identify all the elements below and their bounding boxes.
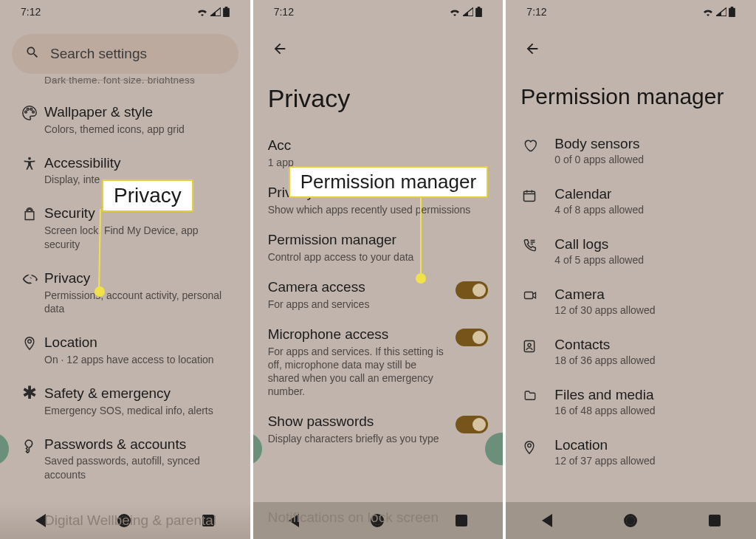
nav-bar <box>506 502 756 539</box>
perm-row-contacts[interactable]: Contacts18 of 36 apps allowed <box>506 326 756 377</box>
key-icon <box>15 436 44 453</box>
settings-list: Wallpaper & styleColors, themed icons, a… <box>0 90 250 491</box>
row-safety[interactable]: ✱ Safety & emergencyEmergency SOS, medic… <box>0 376 250 427</box>
panel-permission-manager: 7:12 Permission manager Body sensors0 of… <box>506 0 756 539</box>
callout-dot-2 <box>416 273 426 284</box>
callout-leader-2 <box>420 196 422 278</box>
signal-icon <box>463 7 473 16</box>
panel-privacy: 7:12 Privacy Acc1 app Privacy dashboardS… <box>253 0 504 539</box>
wifi-icon <box>702 7 714 16</box>
status-bar: 7:12 <box>506 0 756 21</box>
perm-row-body-sensors[interactable]: Body sensors0 of 0 apps allowed <box>506 126 756 176</box>
status-icons <box>702 7 735 17</box>
contacts-icon <box>522 337 554 354</box>
back-button[interactable] <box>518 34 547 63</box>
nav-recent[interactable] <box>456 515 467 526</box>
phone-list-icon <box>522 236 554 253</box>
privacy-eye-icon <box>15 270 44 287</box>
status-time: 7:12 <box>274 6 294 18</box>
nav-bar: Notifications on lock screen <box>253 502 504 539</box>
camera-icon <box>522 286 554 302</box>
callout-dot <box>94 286 105 297</box>
back-button[interactable] <box>265 34 295 63</box>
microphone-access-switch[interactable] <box>456 329 488 346</box>
asterisk-icon: ✱ <box>15 385 44 399</box>
lock-icon <box>15 205 44 222</box>
search-placeholder: Search settings <box>50 46 147 62</box>
svg-point-4 <box>528 343 531 346</box>
row-location[interactable]: LocationOn · 12 apps have access to loca… <box>0 325 250 376</box>
status-time: 7:12 <box>526 6 546 18</box>
row-wallpaper[interactable]: Wallpaper & styleColors, themed icons, a… <box>0 95 250 145</box>
page-title: Permission manager <box>506 66 756 126</box>
page-title: Privacy <box>253 66 504 129</box>
svg-rect-2 <box>525 292 533 299</box>
folder-icon <box>522 387 554 402</box>
perm-row-files[interactable]: Files and media16 of 48 apps allowed <box>506 377 756 427</box>
palette-icon <box>15 103 44 121</box>
location-pin-icon <box>522 437 554 456</box>
status-icons <box>449 7 482 17</box>
row-passwords[interactable]: Passwords & accountsSaved passwords, aut… <box>0 427 250 492</box>
perm-row-calendar[interactable]: Calendar4 of 8 apps allowed <box>506 176 756 226</box>
privacy-row-camera-access[interactable]: Camera accessFor apps and services <box>253 271 504 318</box>
status-time: 7:12 <box>21 6 41 18</box>
callout-privacy: Privacy <box>102 179 193 212</box>
battery-icon <box>223 7 230 17</box>
status-bar: 7:12 <box>253 0 504 21</box>
show-passwords-switch[interactable] <box>456 416 488 433</box>
svg-rect-1 <box>524 191 535 201</box>
wifi-icon <box>449 7 461 16</box>
panel-settings: 7:12 Search settings Dark theme, font si… <box>0 0 250 539</box>
perm-row-location[interactable]: Location12 of 37 apps allowed <box>506 427 756 477</box>
nav-back[interactable] <box>542 514 552 527</box>
battery-icon <box>475 7 482 17</box>
privacy-row-permission-manager[interactable]: Permission managerControl app access to … <box>253 224 504 271</box>
prev-item-partial: Dark theme, font size, brightness <box>44 75 238 83</box>
privacy-row-microphone-access[interactable]: Microphone accessFor apps and services. … <box>253 318 504 406</box>
location-pin-icon <box>15 334 44 351</box>
signal-icon <box>210 7 221 16</box>
svg-point-0 <box>28 157 31 159</box>
status-icons <box>196 7 230 17</box>
nav-home[interactable] <box>624 514 637 527</box>
row-privacy[interactable]: PrivacyPermissions, account activity, pe… <box>0 261 250 326</box>
status-bar: 7:12 <box>0 0 250 21</box>
search-icon <box>25 45 40 63</box>
privacy-row-show-passwords[interactable]: Show passwordsDisplay characters briefly… <box>253 405 504 453</box>
signal-icon <box>716 7 726 16</box>
nav-bar: Digital Wellbeing & parental <box>0 502 250 539</box>
heart-icon <box>522 136 554 153</box>
search-settings[interactable]: Search settings <box>12 34 238 74</box>
wifi-icon <box>196 7 208 16</box>
next-item-partial: Digital Wellbeing & parental <box>44 512 216 529</box>
battery-icon <box>729 7 735 17</box>
perm-row-camera[interactable]: Camera12 of 30 apps allowed <box>506 276 756 326</box>
perm-row-call-logs[interactable]: Call logs4 of 5 apps allowed <box>506 226 756 276</box>
callout-permission-manager: Permission manager <box>289 166 488 198</box>
nav-recent[interactable] <box>709 515 721 526</box>
next-item-partial: Notifications on lock screen <box>268 509 439 526</box>
three-panel-stage: 7:12 Search settings Dark theme, font si… <box>0 0 756 539</box>
accessibility-icon <box>15 154 44 172</box>
camera-access-switch[interactable] <box>456 281 488 299</box>
calendar-icon <box>522 186 554 203</box>
